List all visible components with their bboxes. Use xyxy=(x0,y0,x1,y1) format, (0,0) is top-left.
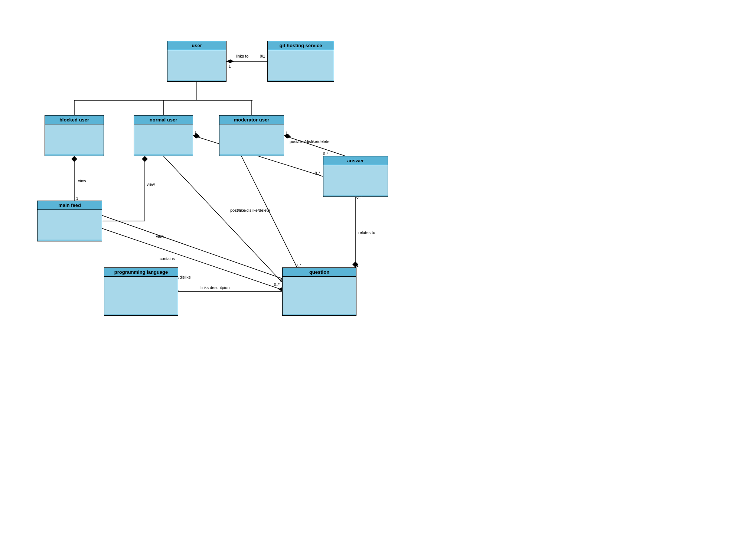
class-blocked-user[interactable]: blocked user xyxy=(45,115,104,156)
class-question-header: question xyxy=(283,268,356,277)
svg-line-36 xyxy=(241,156,297,267)
mult-1: 1 xyxy=(229,64,231,68)
class-git-hosting-label: git hosting service xyxy=(280,43,322,48)
class-answer-header: answer xyxy=(323,156,388,165)
class-answer-label: answer xyxy=(347,158,364,163)
svg-text:1: 1 xyxy=(195,130,197,134)
rel-label-view-2: view xyxy=(147,182,155,186)
class-question-body xyxy=(283,277,356,314)
class-answer-body xyxy=(323,165,388,195)
class-main-feed-header: main feed xyxy=(38,201,102,210)
class-user-label: user xyxy=(192,43,202,48)
class-programming-language-label: programming language xyxy=(114,269,168,275)
class-moderator-user-header: moderator user xyxy=(219,116,284,124)
class-normal-user-label: normal user xyxy=(150,117,177,123)
class-main-feed-body xyxy=(38,210,102,240)
rel-label-contains: contains xyxy=(160,256,175,261)
class-question-label: question xyxy=(309,269,329,275)
rel-label-links-to: links to xyxy=(236,54,248,58)
svg-text:0..*: 0..* xyxy=(323,152,329,156)
class-blocked-user-body xyxy=(45,124,104,154)
svg-text:1: 1 xyxy=(285,131,287,135)
class-git-hosting-body xyxy=(268,50,334,80)
class-answer[interactable]: answer xyxy=(323,156,388,197)
diagram-container: links to 1 0/1 view 0..* 1 view 0..* 1 p xyxy=(0,0,756,549)
rel-label-pldd-1: post/like/dislike/delete xyxy=(290,139,329,144)
class-moderator-user-body xyxy=(219,124,284,154)
rel-label-links-desc: links descritpion xyxy=(201,285,229,290)
class-normal-user-header: normal user xyxy=(134,116,193,124)
mult-01: 0/1 xyxy=(260,54,265,58)
svg-marker-26 xyxy=(352,261,358,267)
class-programming-language-body xyxy=(104,277,178,314)
svg-text:0..*: 0..* xyxy=(274,283,280,287)
class-user[interactable]: user xyxy=(167,41,227,82)
svg-marker-22 xyxy=(284,134,291,139)
svg-marker-14 xyxy=(142,156,148,162)
class-programming-language[interactable]: programming language xyxy=(104,267,178,316)
class-user-header: user xyxy=(167,41,226,50)
rel-label-relates-to: relates to xyxy=(358,230,375,235)
rel-label-view-3: view xyxy=(156,234,164,238)
svg-line-21 xyxy=(284,136,345,156)
svg-text:0..*: 0..* xyxy=(296,263,301,267)
svg-text:1: 1 xyxy=(356,263,359,267)
class-moderator-user-label: moderator user xyxy=(234,117,269,123)
class-blocked-user-header: blocked user xyxy=(45,116,104,124)
class-blocked-user-label: blocked user xyxy=(59,117,89,123)
svg-text:1: 1 xyxy=(76,196,78,201)
svg-line-33 xyxy=(163,156,282,282)
rel-label-pldd-2: post/like/dislike/delete xyxy=(230,208,270,212)
svg-marker-18 xyxy=(193,133,200,139)
class-normal-user[interactable]: normal user xyxy=(134,115,193,156)
class-moderator-user[interactable]: moderator user xyxy=(219,115,284,156)
class-normal-user-body xyxy=(134,124,193,154)
class-programming-language-header: programming language xyxy=(104,268,178,277)
class-user-body xyxy=(167,50,226,80)
class-git-hosting[interactable]: git hosting service xyxy=(267,41,334,82)
svg-text:0..*: 0..* xyxy=(315,171,320,175)
class-question[interactable]: question xyxy=(282,267,356,316)
rel-label-view-1: view xyxy=(78,178,86,183)
class-main-feed-label: main feed xyxy=(58,202,81,208)
class-git-hosting-header: git hosting service xyxy=(268,41,334,50)
class-main-feed[interactable]: main feed xyxy=(37,201,102,241)
svg-marker-9 xyxy=(71,156,77,162)
svg-marker-1 xyxy=(227,59,234,63)
